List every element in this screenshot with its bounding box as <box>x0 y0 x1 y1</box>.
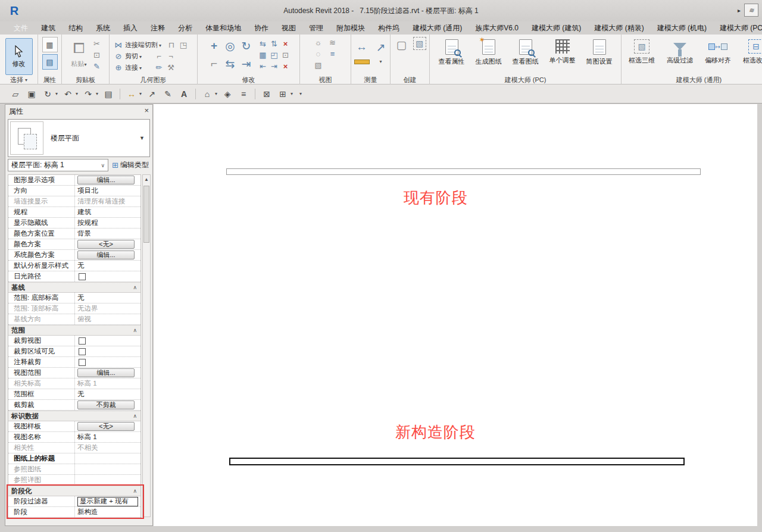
type-selector[interactable]: 楼层平面 ▼ <box>8 119 150 157</box>
scrollbar-thumb[interactable] <box>143 186 149 243</box>
measure-between-icon[interactable] <box>354 39 370 55</box>
measure-icon[interactable] <box>126 88 138 100</box>
aligned-dimension-icon[interactable] <box>373 39 389 55</box>
no-clip-button[interactable]: 不剪裁 <box>77 400 135 409</box>
temporary-hide-icon[interactable] <box>313 37 324 48</box>
close-hidden-windows-icon[interactable] <box>261 88 273 100</box>
property-value[interactable]: 背景 <box>75 229 140 239</box>
create-assembly-icon[interactable] <box>413 37 426 50</box>
tab-systems[interactable]: 系统 <box>89 21 117 35</box>
demolish-icon[interactable] <box>165 62 176 73</box>
match-type-icon[interactable] <box>92 61 102 71</box>
default-3d-view-icon[interactable] <box>201 88 213 100</box>
scroll-up-icon[interactable]: ▲ <box>143 175 150 183</box>
none-button[interactable]: <无> <box>77 422 135 431</box>
collapse-icon[interactable] <box>133 327 140 333</box>
synchronize-dropdown-icon[interactable]: ▾ <box>55 91 58 96</box>
material-browser-icon[interactable]: ▦ <box>42 37 58 52</box>
cut-geometry-button[interactable]: 剪切 <box>113 51 176 62</box>
array-icon[interactable] <box>258 49 268 60</box>
none-button[interactable]: <无> <box>77 240 135 249</box>
redo-icon[interactable] <box>82 88 94 100</box>
mirror-icon[interactable] <box>223 56 238 71</box>
view-properties-button[interactable]: 查看属性 <box>434 37 470 66</box>
unpin-icon[interactable] <box>280 38 291 49</box>
copy-tool-icon[interactable] <box>223 38 238 54</box>
print-icon[interactable] <box>102 88 114 100</box>
section-header-extents[interactable]: 范围 <box>8 325 140 336</box>
tab-collaborate[interactable]: 协作 <box>248 21 275 35</box>
undo-icon[interactable] <box>62 88 74 100</box>
sun-path-checkbox[interactable] <box>79 273 86 280</box>
wall-joins-icon[interactable] <box>154 51 164 61</box>
move-icon[interactable] <box>207 38 222 54</box>
info-center-button[interactable]: ≋ <box>744 4 758 17</box>
split-icon[interactable] <box>269 38 280 49</box>
type-selector-dropdown-icon[interactable]: ▼ <box>139 135 145 141</box>
tab-analyze[interactable]: 分析 <box>171 21 199 35</box>
measure-dropdown-icon[interactable]: ▾ <box>139 91 142 96</box>
phase-filter-value[interactable]: 显示新建 + 现有 <box>77 497 138 506</box>
property-value[interactable]: 无 <box>75 293 140 303</box>
tab-structure[interactable]: 结构 <box>62 21 89 35</box>
text-icon[interactable] <box>178 88 190 100</box>
align-icon[interactable] <box>207 56 222 71</box>
edit-type-button[interactable]: ⊞ 编辑类型 <box>111 160 150 170</box>
aligned-dimension-icon[interactable] <box>146 88 158 100</box>
crop-visible-checkbox[interactable] <box>79 348 86 355</box>
existing-phase-wall[interactable] <box>226 168 701 175</box>
reveal-hidden-icon[interactable] <box>327 37 338 48</box>
customize-qat-icon[interactable]: ▾ <box>299 91 302 96</box>
instance-selector[interactable]: 楼层平面: 标高 1 ∨ <box>8 159 108 171</box>
tab-architecture[interactable]: 建筑 <box>35 21 62 35</box>
collapse-icon[interactable] <box>133 488 140 494</box>
generate-sheet-button[interactable]: ✶ 生成图纸 <box>471 37 507 66</box>
tab-component-dock[interactable]: 构件坞 <box>371 21 406 35</box>
join-geometry-button[interactable]: 连接 <box>113 62 176 73</box>
box-select-rename-button[interactable]: ⊟ 框选改名 <box>738 37 762 65</box>
collapse-icon[interactable] <box>133 284 140 290</box>
property-value[interactable]: 无 <box>75 261 140 271</box>
tab-view[interactable]: 视图 <box>275 21 302 35</box>
hide-element-icon[interactable] <box>313 48 324 59</box>
tab-mm-arch[interactable]: 建模大师 (建筑) <box>525 21 588 35</box>
unhide-icon[interactable] <box>313 60 324 70</box>
tab-manage[interactable]: 管理 <box>302 21 330 35</box>
diagram-settings-button[interactable]: 简图设置 <box>582 37 617 66</box>
section-header-identity-data[interactable]: 标识数据 <box>8 411 140 421</box>
edit-button[interactable]: 编辑... <box>77 176 135 184</box>
mirror-axis-icon[interactable] <box>258 38 268 49</box>
scale-icon[interactable] <box>269 49 280 60</box>
tab-annotate[interactable]: 注释 <box>144 21 171 35</box>
collapse-icon[interactable] <box>133 413 140 419</box>
drawing-area[interactable]: 现有阶段 新构造阶段 <box>154 104 757 526</box>
open-icon[interactable] <box>10 88 21 100</box>
cope-button[interactable]: 连接端切割 <box>113 39 189 51</box>
cut-profile-icon[interactable] <box>166 39 177 50</box>
edit-button[interactable]: 编辑... <box>77 368 135 377</box>
properties-scrollbar[interactable]: ▲ <box>142 174 151 517</box>
property-value[interactable]: 按规程 <box>75 218 140 228</box>
phase-value[interactable]: 新构造 <box>75 507 140 517</box>
trim-icon[interactable] <box>239 56 254 71</box>
box-select-3d-button[interactable]: 框选三维 <box>624 37 660 65</box>
undo-dropdown-icon[interactable]: ▾ <box>76 91 78 96</box>
override-graphics-icon[interactable] <box>327 48 338 59</box>
section-header-underlay[interactable]: 基线 <box>8 282 140 293</box>
tab-mm-finish[interactable]: 建模大师 (精装) <box>588 21 650 35</box>
tab-insert[interactable]: 插入 <box>117 21 144 35</box>
property-value[interactable] <box>75 453 140 464</box>
modify-button[interactable]: 修改 <box>5 38 33 75</box>
tab-mm-mep[interactable]: 建模大师 (机电) <box>651 21 713 35</box>
tab-family-master[interactable]: 族库大师V6.0 <box>469 21 525 35</box>
section-icon[interactable] <box>221 88 233 100</box>
panel-label-select[interactable]: 选择 <box>0 75 38 85</box>
tag-icon[interactable] <box>162 88 174 100</box>
tab-mm-general[interactable]: 建模大师 (通用) <box>406 21 469 35</box>
synchronize-icon[interactable] <box>42 88 54 100</box>
linework-icon[interactable] <box>154 62 164 73</box>
delete-icon[interactable] <box>280 61 291 71</box>
instance-selector-dropdown-icon[interactable]: ∨ <box>101 162 105 168</box>
close-icon[interactable]: × <box>144 106 149 115</box>
save-icon[interactable] <box>26 88 38 100</box>
